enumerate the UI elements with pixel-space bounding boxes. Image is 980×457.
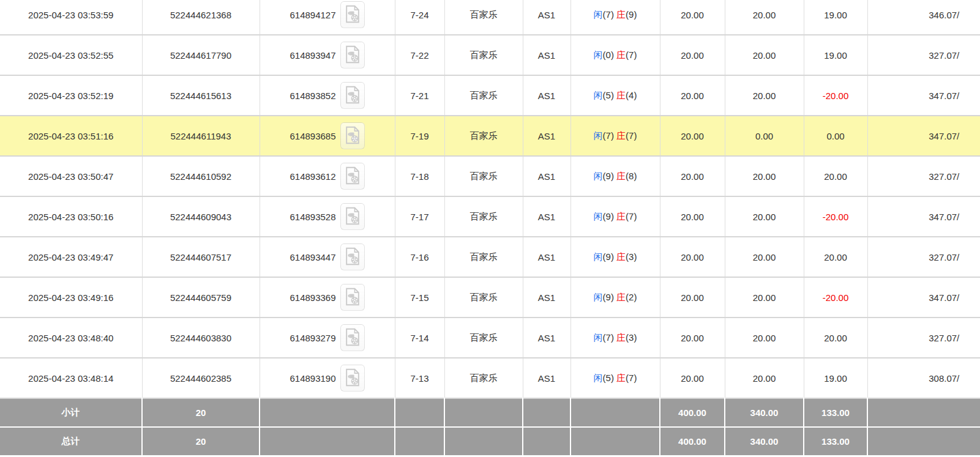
player-result-score: (0) (603, 50, 614, 60)
table-name-cell: AS1 (523, 0, 570, 35)
balance-cell: 327.07/ (867, 318, 980, 358)
bet-history-table: 2025-04-23 03:53:59 522444621368 6148941… (0, 0, 980, 457)
banker-result-label: 庄 (616, 90, 626, 100)
balance-cell: 347.07/ (867, 116, 980, 156)
video-replay-button[interactable] (340, 1, 365, 28)
order-number-cell: 522444603830 (142, 318, 260, 358)
grand-total-empty-cell (867, 427, 980, 455)
subtotal-bet-total: 400.00 (660, 398, 725, 427)
game-type-cell: 百家乐 (444, 277, 523, 318)
win-loss-cell: -20.00 (804, 75, 867, 116)
win-loss-cell: -20.00 (804, 196, 867, 237)
order-number-cell: 522444602385 (142, 358, 260, 398)
bet-time-cell: 2025-04-23 03:53:59 (0, 0, 142, 35)
balance-cell: 327.07/ (867, 156, 980, 196)
bet-record-row[interactable]: 2025-04-23 03:49:47 522444607517 6148934… (0, 237, 980, 277)
round-cell: 7-15 (395, 277, 444, 318)
grand-total-empty-cell (570, 427, 660, 455)
balance-cell: 347.07/ (867, 196, 980, 237)
subtotal-valid-total: 340.00 (725, 398, 804, 427)
round-cell: 7-24 (395, 0, 444, 35)
bet-record-row[interactable]: 2025-04-23 03:50:16 522444609043 6148935… (0, 196, 980, 237)
valid-amount-cell: 20.00 (725, 156, 804, 196)
valid-amount-cell: 0.00 (725, 116, 804, 156)
player-result-score: (9) (603, 292, 614, 302)
bet-record-row[interactable]: 2025-04-23 03:50:47 522444610592 6148936… (0, 156, 980, 196)
game-number-cell: 614893685 (260, 116, 395, 156)
bet-time-cell: 2025-04-23 03:50:47 (0, 156, 142, 196)
bet-amount-cell: 20.00 (660, 35, 725, 75)
grand-total-winloss-total: 133.00 (804, 427, 867, 455)
banker-result-score: (9) (626, 9, 637, 20)
result-cell: 闲(7) 庄(9) (570, 0, 660, 35)
player-result-label: 闲 (594, 130, 603, 141)
game-number-cell: 614893852 (260, 75, 395, 116)
game-type-cell: 百家乐 (444, 358, 523, 398)
table-name-cell: AS1 (523, 237, 570, 277)
game-type-cell: 百家乐 (444, 116, 523, 156)
result-cell: 闲(5) 庄(7) (570, 358, 660, 398)
bet-record-row[interactable]: 2025-04-23 03:48:14 522444602385 6148931… (0, 358, 980, 398)
order-number-cell: 522444605759 (142, 277, 260, 318)
round-cell: 7-21 (395, 75, 444, 116)
bet-amount-cell: 20.00 (660, 318, 725, 358)
bet-record-row[interactable]: 2025-04-23 03:52:19 522444615613 6148938… (0, 75, 980, 116)
result-cell: 闲(9) 庄(3) (570, 237, 660, 277)
valid-amount-cell: 20.00 (725, 75, 804, 116)
bet-time-cell: 2025-04-23 03:48:40 (0, 318, 142, 358)
win-loss-cell: 20.00 (804, 156, 867, 196)
order-number-cell: 522444617790 (142, 35, 260, 75)
game-number: 614893528 (290, 212, 335, 222)
bet-time-cell: 2025-04-23 03:50:16 (0, 196, 142, 237)
video-replay-button[interactable] (340, 203, 365, 230)
order-number-cell: 522444610592 (142, 156, 260, 196)
video-replay-button[interactable] (340, 163, 365, 190)
game-number-cell: 614893528 (260, 196, 395, 237)
table-name-cell: AS1 (523, 75, 570, 116)
subtotal-empty-cell (570, 398, 660, 427)
order-number-cell: 522444621368 (142, 0, 260, 35)
subtotal-count: 20 (142, 398, 260, 427)
video-replay-button[interactable] (340, 42, 365, 69)
grand-total-valid-total: 340.00 (725, 427, 804, 455)
valid-amount-cell: 20.00 (725, 318, 804, 358)
banker-result-label: 庄 (616, 251, 626, 262)
video-replay-icon (345, 207, 361, 227)
round-cell: 7-13 (395, 358, 444, 398)
video-replay-button[interactable] (340, 122, 365, 149)
banker-result-score: (3) (626, 332, 637, 343)
valid-amount-cell: 20.00 (725, 358, 804, 398)
video-replay-button[interactable] (340, 243, 365, 270)
subtotal-empty-cell (260, 398, 395, 427)
balance-cell: 327.07/ (867, 35, 980, 75)
banker-result-score: (4) (626, 90, 637, 100)
order-number-cell: 522444607517 (142, 237, 260, 277)
grand-total-row: 总计 20 400.00 340.00 133.00 (0, 427, 980, 455)
video-replay-button[interactable] (340, 324, 365, 351)
banker-result-score: (8) (626, 171, 637, 181)
result-cell: 闲(7) 庄(3) (570, 318, 660, 358)
bet-record-row[interactable]: 2025-04-23 03:49:16 522444605759 6148933… (0, 277, 980, 318)
banker-result-score: (2) (626, 292, 637, 302)
subtotal-empty-cell (444, 398, 523, 427)
order-number-cell: 522444611943 (142, 116, 260, 156)
subtotal-winloss-total: 133.00 (804, 398, 867, 427)
player-result-score: (7) (603, 130, 614, 141)
game-number-cell: 614893279 (260, 318, 395, 358)
banker-result-score: (7) (626, 130, 637, 141)
records-grid: 2025-04-23 03:53:59 522444621368 6148941… (0, 0, 980, 455)
video-replay-button[interactable] (340, 82, 365, 109)
video-replay-button[interactable] (340, 284, 365, 311)
round-cell: 7-17 (395, 196, 444, 237)
game-type-cell: 百家乐 (444, 156, 523, 196)
video-replay-button[interactable] (340, 365, 365, 392)
game-number: 614893190 (290, 373, 335, 384)
subtotal-empty-cell (523, 398, 570, 427)
valid-amount-cell: 20.00 (725, 277, 804, 318)
bet-record-row[interactable]: 2025-04-23 03:53:59 522444621368 6148941… (0, 0, 980, 35)
bet-record-row[interactable]: 2025-04-23 03:48:40 522444603830 6148932… (0, 318, 980, 358)
game-number-cell: 614893612 (260, 156, 395, 196)
bet-record-row[interactable]: 2025-04-23 03:51:16 522444611943 6148936… (0, 116, 980, 156)
bet-record-row[interactable]: 2025-04-23 03:52:55 522444617790 6148939… (0, 35, 980, 75)
video-replay-icon (345, 5, 361, 25)
